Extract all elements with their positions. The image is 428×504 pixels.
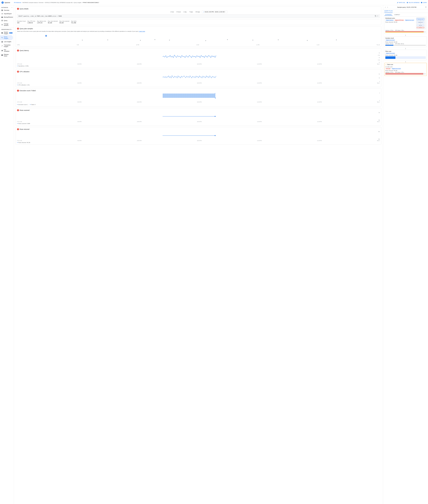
time-btn-1day[interactable]: 1 day	[182, 11, 187, 13]
exec-x-3: 10:30 PM	[197, 101, 202, 103]
scatter-dot[interactable]	[307, 40, 308, 41]
key-visualizer-icon	[1, 50, 3, 51]
exec-x-5: 11:30 PM	[317, 101, 322, 103]
sidebar-item-transaction-insights[interactable]: Transaction insights	[0, 43, 13, 48]
right-panel: ‹ › Sample query: 3/1/23, 9:55 PM QUERY …	[383, 5, 428, 504]
breadcrumb-all-instances[interactable]: All instances	[14, 2, 21, 3]
plan-toggle-expanded[interactable]: EXPANDED	[384, 14, 393, 16]
svg-text:Serialize result: Serialize result	[418, 22, 423, 23]
cpu-x-4: 11:00 PM	[257, 83, 262, 84]
sidebar-item-release-notes[interactable]: Release Notes	[0, 53, 13, 58]
node-badge-0-1: Highest CPU time	[394, 19, 404, 21]
scatter-dot[interactable]	[107, 40, 108, 40]
expand-query-button[interactable]	[377, 15, 379, 17]
cpu-legend-text: CPU utilization: 2.24s	[18, 84, 30, 86]
top-actions: WRITE DDL DELETE DATABASE LEARN	[397, 2, 427, 3]
plan-connector-1	[405, 35, 406, 36]
date-range-button[interactable]: 3/1/23, 8:43 PM - 3/2/23, 12:04 AM	[202, 11, 227, 13]
node-rows-0: Rows returned: 48,186	[385, 21, 415, 23]
svg-rect-71	[208, 93, 209, 98]
query-icon	[1, 20, 3, 21]
sidebar-item-backup-restore[interactable]: Backup/Restore	[0, 16, 13, 19]
exec-x-1: 9:30 PM	[77, 101, 81, 103]
query-plan-desc-text: Select one of the dots to see a query pl…	[17, 31, 139, 32]
time-btn-1hour[interactable]: 1 hour	[169, 11, 175, 13]
scatter-dot[interactable]	[155, 39, 155, 40]
learn-button[interactable]: LEARN	[421, 2, 427, 3]
scatter-dot[interactable]	[82, 40, 83, 41]
scatter-dot[interactable]	[336, 40, 337, 40]
query-plan-tab-label[interactable]: QUERY PLAN	[384, 9, 393, 13]
time-selector: 1 hour 6 hours 1 day 7 days 30 days 3/1/…	[17, 11, 380, 13]
sidebar-item-lock-insights[interactable]: Lock insights	[0, 40, 13, 43]
node-title-1: Serialize result	[385, 37, 426, 39]
prev-sample-button[interactable]: ‹	[384, 6, 386, 8]
svg-point-86	[215, 135, 215, 136]
next-sample-button[interactable]: ›	[387, 6, 388, 8]
node-bar-fill-latency-0	[385, 31, 424, 32]
svg-rect-20	[176, 93, 176, 98]
cpu-x-5: 11:30 PM	[317, 83, 322, 84]
delete-database-button[interactable]: DELETE DATABASE	[407, 2, 420, 3]
time-btn-30days[interactable]: 30 days	[195, 11, 201, 13]
time-btn-7days[interactable]: 7 days	[188, 11, 194, 13]
rows-scanned-legend: Rows scanned: 6.58M	[17, 123, 380, 124]
svg-rect-17	[174, 93, 174, 98]
query-code-block: SELECT quantity, order_id FROM order_ite…	[17, 14, 380, 18]
metric-avg-bytes: Avg. bytes 721,498	[71, 20, 76, 24]
sidebar-item-change-streams[interactable]: Change streams	[0, 22, 13, 27]
sidebar-item-overview[interactable]: Overview	[0, 8, 13, 12]
svg-rect-23	[178, 93, 178, 98]
svg-rect-30	[182, 93, 182, 98]
learn-icon	[421, 2, 422, 3]
scatter-dot[interactable]	[205, 40, 206, 41]
sidebar-item-system-insights[interactable]: System insights NEW	[0, 31, 13, 35]
breadcrumb-database[interactable]: GOOGLE STANDARD SQL DATABASE example-db-…	[45, 2, 81, 3]
section-num-6: 6	[17, 71, 19, 73]
expand-panel-button[interactable]	[425, 6, 427, 8]
svg-rect-56	[199, 93, 199, 98]
section-num-9: 9	[17, 128, 19, 130]
sidebar-item-query[interactable]: Query	[0, 19, 13, 22]
learn-more-link[interactable]: Learn more	[139, 31, 145, 32]
scatter-dot-selected[interactable]	[45, 35, 47, 36]
release-notes-icon	[1, 54, 3, 56]
node-bar-serialize	[385, 45, 426, 46]
svg-rect-24	[178, 93, 179, 98]
rows-returned-x-3: 10:30 PM	[197, 140, 202, 141]
scatter-dot[interactable]	[278, 39, 279, 40]
svg-rect-22	[177, 93, 177, 98]
svg-rect-19	[175, 93, 175, 98]
node-badge-3-0: Full scan	[385, 68, 391, 69]
node-rows-2: Rows returned: 48,186	[385, 55, 426, 56]
sidebar-item-key-visualizer[interactable]: Key Visualizer	[0, 48, 13, 53]
release-notes-label: Release Notes	[4, 54, 12, 57]
time-btn-6hours[interactable]: 6 hours	[176, 11, 182, 13]
svg-rect-59	[201, 93, 201, 98]
observability-section-header: OBSERVABILITY	[0, 28, 14, 31]
node-rows-3: Rows returned: 48,186	[385, 70, 426, 71]
plan-toggle-compact[interactable]: COMPACT	[393, 14, 401, 16]
change-streams-label: Change streams	[4, 23, 12, 26]
svg-rect-81	[215, 93, 215, 98]
write-ddl-button[interactable]: WRITE DDL	[397, 2, 405, 3]
scatter-dot[interactable]	[169, 40, 170, 41]
scatter-dot[interactable]	[227, 39, 228, 40]
scatter-dot[interactable]	[252, 40, 253, 41]
rows-scanned-x-6: Mar 2	[377, 121, 380, 122]
scatter-x-label-1: 9:30	[77, 44, 79, 45]
svg-rect-76	[212, 93, 212, 98]
node-cpu-1: CPU time: 20 ms	[395, 43, 404, 44]
svg-rect-72	[209, 93, 209, 98]
node-badge-1-0: Highest row count	[385, 39, 395, 41]
plan-node-table-scan: ⚠ Table scan on order_item Full scan Hig…	[384, 63, 427, 76]
scatter-x-label-6: Thu 02	[377, 44, 380, 45]
breadcrumb-instance[interactable]: INSTANCE example-instance: Overview	[22, 2, 43, 3]
expand-icon	[377, 15, 379, 17]
node-bar-fill-cpu-3	[385, 74, 423, 75]
query-insights-label: Query insights	[4, 36, 12, 39]
copy-query-button[interactable]	[375, 15, 376, 17]
scatter-dot[interactable]	[140, 40, 141, 41]
sidebar-item-query-insights[interactable]: Query insights	[0, 35, 13, 40]
sidebar-item-import-export[interactable]: Import/Export	[0, 12, 13, 16]
